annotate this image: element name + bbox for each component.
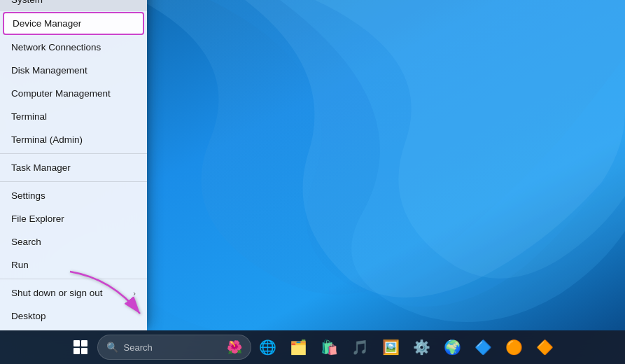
taskbar-icon-settings[interactable]: ⚙️ (408, 333, 436, 361)
taskbar-icon-edge[interactable]: 🌐 (254, 333, 282, 361)
flower-icon: 🌺 (227, 340, 242, 355)
taskbar-icon-store[interactable]: 🛍️ (316, 333, 344, 361)
taskbar-search-bar[interactable]: 🔍 Search 🌺 (97, 335, 251, 360)
taskbar-icon-app2[interactable]: 🟠 (500, 333, 528, 361)
menu-item-disk-management[interactable]: Disk Management (0, 59, 147, 82)
taskbar-search-label: Search (124, 342, 221, 353)
menu-item-file-explorer[interactable]: File Explorer (0, 207, 147, 230)
menu-item-device-manager[interactable]: Device Manager (3, 12, 144, 35)
menu-item-settings[interactable]: Settings (0, 184, 147, 207)
menu-item-terminal-admin[interactable]: Terminal (Admin) (0, 128, 147, 151)
taskbar: 🔍 Search 🌺 🌐 🗂️ 🛍️ 🎵 🖼️ ⚙️ 🌍 🔷 🟠 🔶 (0, 330, 625, 364)
taskbar-icon-files[interactable]: 🗂️ (285, 333, 313, 361)
menu-item-network-connections[interactable]: Network Connections (0, 36, 147, 59)
chevron-right-icon: › (133, 289, 136, 298)
menu-item-search[interactable]: Search (0, 230, 147, 253)
context-menu: System Device Manager Network Connection… (0, 0, 147, 330)
menu-separator-3 (0, 279, 147, 279)
menu-item-run[interactable]: Run (0, 253, 147, 276)
menu-item-system[interactable]: System (0, 0, 147, 11)
menu-item-terminal[interactable]: Terminal (0, 105, 147, 128)
taskbar-icon-app3[interactable]: 🔶 (531, 333, 559, 361)
taskbar-center: 🔍 Search 🌺 🌐 🗂️ 🛍️ 🎵 🖼️ ⚙️ 🌍 🔷 🟠 🔶 (66, 333, 559, 361)
menu-item-desktop[interactable]: Desktop (0, 304, 147, 328)
search-icon: 🔍 (106, 342, 118, 353)
taskbar-icon-music[interactable]: 🎵 (346, 333, 374, 361)
menu-separator-1 (0, 153, 147, 154)
taskbar-icon-chrome[interactable]: 🌍 (439, 333, 467, 361)
menu-item-computer-management[interactable]: Computer Management (0, 82, 147, 105)
start-button[interactable] (66, 333, 94, 361)
taskbar-icon-app1[interactable]: 🔷 (470, 333, 498, 361)
menu-item-task-manager[interactable]: Task Manager (0, 156, 147, 179)
menu-separator-2 (0, 181, 147, 182)
menu-item-shutdown[interactable]: Shut down or sign out › (0, 281, 147, 304)
windows-logo-icon (73, 340, 87, 354)
taskbar-icon-photos[interactable]: 🖼️ (377, 333, 405, 361)
